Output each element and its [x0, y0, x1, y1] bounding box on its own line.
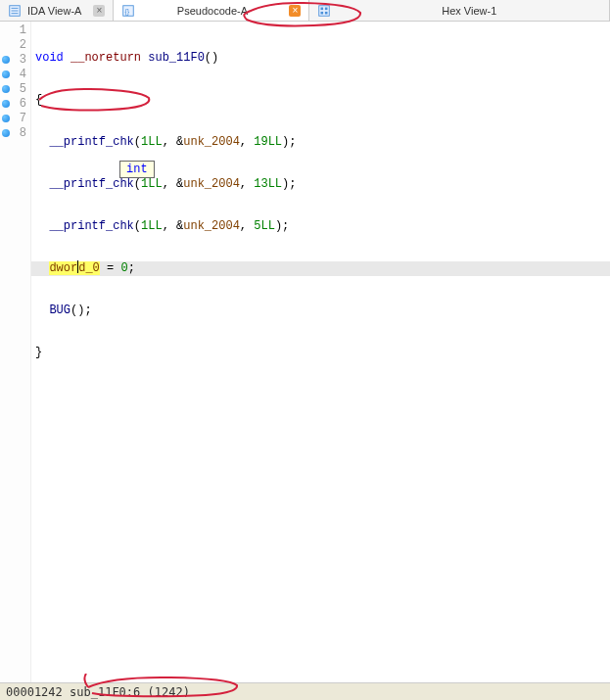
- code-area[interactable]: void __noreturn sub_11F0() { __printf_ch…: [31, 22, 610, 682]
- hex-icon: [317, 4, 331, 18]
- tab-bar: IDA View-A × {} Pseudocode-A × Hex View-…: [0, 0, 610, 22]
- highlighted-identifier: dword_0: [49, 261, 99, 275]
- breakpoint-icon[interactable]: [2, 56, 10, 64]
- code-icon: {}: [121, 4, 135, 18]
- gutter-line: 8: [0, 126, 30, 141]
- gutter-line: 1: [0, 23, 30, 38]
- svg-rect-6: [319, 5, 330, 16]
- status-location: sub_11F0:6 (1242): [70, 685, 190, 699]
- svg-rect-8: [325, 7, 328, 10]
- code-line: {: [31, 93, 610, 108]
- tab-hex-view[interactable]: Hex View-1: [309, 0, 610, 21]
- close-icon[interactable]: ×: [93, 5, 105, 17]
- breakpoint-icon[interactable]: [2, 100, 10, 108]
- svg-rect-7: [321, 7, 324, 10]
- status-address: 00001242: [6, 685, 63, 699]
- code-line: }: [31, 346, 610, 360]
- tab-label: Hex View-1: [442, 5, 496, 17]
- gutter-line: 4: [0, 68, 30, 82]
- svg-text:{}: {}: [125, 7, 130, 15]
- code-line: __printf_chk(1LL, &unk_2004, 13LL);: [31, 177, 610, 192]
- code-editor[interactable]: 1 2 3 4 5 6 7 8 void __noreturn sub_11F0…: [0, 22, 610, 682]
- doc-icon: [8, 4, 22, 18]
- gutter-line: 2: [0, 38, 30, 53]
- tab-label: Pseudocode-A: [177, 5, 248, 17]
- code-line: void __noreturn sub_11F0(): [31, 51, 610, 66]
- gutter-line: 3: [0, 53, 30, 68]
- code-line: __printf_chk(1LL, &unk_2004, 19LL);: [31, 135, 610, 150]
- gutter-line: 7: [0, 112, 30, 126]
- tab-pseudocode[interactable]: {} Pseudocode-A ×: [114, 0, 309, 21]
- breakpoint-icon[interactable]: [2, 129, 10, 137]
- breakpoint-icon[interactable]: [2, 115, 10, 122]
- type-hint-tooltip: int: [119, 161, 155, 178]
- breakpoint-icon[interactable]: [2, 70, 10, 78]
- gutter-line: 5: [0, 82, 30, 97]
- code-line-current: dword_0 = 0;: [31, 261, 610, 276]
- code-line: BUG();: [31, 303, 610, 318]
- close-icon[interactable]: ×: [289, 5, 301, 17]
- svg-rect-9: [321, 11, 324, 14]
- line-gutter: 1 2 3 4 5 6 7 8: [0, 22, 31, 682]
- code-line: __printf_chk(1LL, &unk_2004, 5LL);: [31, 219, 610, 234]
- breakpoint-icon[interactable]: [2, 85, 10, 93]
- tab-ida-view[interactable]: IDA View-A ×: [0, 0, 114, 21]
- status-bar: 00001242 sub_11F0:6 (1242): [0, 682, 610, 700]
- svg-rect-10: [325, 11, 328, 14]
- text-cursor: [77, 260, 78, 273]
- gutter-line: 6: [0, 97, 30, 112]
- tab-label: IDA View-A: [27, 5, 81, 17]
